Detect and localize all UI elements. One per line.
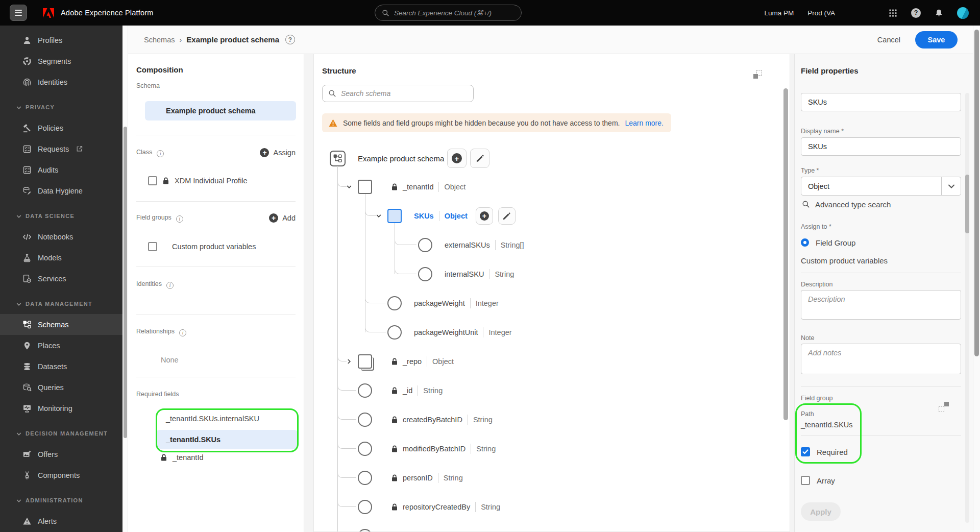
sidebar-scrollbar[interactable] bbox=[122, 26, 128, 532]
required-field-_tenantId.SKUs.internalSKU[interactable]: _tenantId.SKUs.internalSKU bbox=[166, 409, 259, 428]
note-textarea[interactable] bbox=[801, 344, 961, 374]
add-field-group-button[interactable]: +Add bbox=[269, 213, 296, 223]
hamburger-menu-icon[interactable] bbox=[10, 5, 27, 21]
field-group-item-row[interactable]: Custom product variables bbox=[148, 238, 256, 255]
field-node-icon[interactable] bbox=[418, 238, 432, 252]
properties-scrollbar-thumb[interactable] bbox=[965, 175, 969, 233]
assign-class-button[interactable]: +Assign bbox=[260, 148, 296, 157]
tree-node-_id[interactable]: _idString bbox=[314, 380, 783, 401]
info-icon[interactable]: i bbox=[179, 329, 186, 336]
display-name-input[interactable] bbox=[801, 137, 961, 156]
add-field-button[interactable]: + bbox=[447, 149, 467, 168]
sidebar-item-services[interactable]: Services bbox=[0, 268, 122, 289]
info-icon[interactable]: i bbox=[157, 150, 164, 157]
type-select[interactable]: Object bbox=[801, 177, 961, 196]
cancel-button[interactable]: Cancel bbox=[877, 36, 900, 44]
tree-node-createdByBatchID[interactable]: createdByBatchIDString bbox=[314, 409, 783, 430]
info-icon[interactable]: i bbox=[176, 215, 183, 223]
field-node-icon[interactable] bbox=[358, 442, 372, 456]
tree-node-_repo[interactable]: _repoObject bbox=[314, 351, 783, 372]
notifications-bell-icon[interactable] bbox=[935, 9, 943, 17]
required-field-_tenantId.SKUs[interactable]: _tenantId.SKUs bbox=[156, 430, 298, 449]
tree-node-repositoryCreatedBy[interactable]: repositoryCreatedByString bbox=[314, 497, 783, 517]
help-icon[interactable]: ? bbox=[911, 8, 921, 18]
field-node-icon[interactable] bbox=[358, 500, 372, 514]
sidebar-section-administration[interactable]: ADMINISTRATION bbox=[0, 490, 122, 511]
description-textarea[interactable] bbox=[801, 290, 961, 320]
field-node-icon[interactable] bbox=[358, 383, 372, 398]
field-node-icon[interactable] bbox=[387, 325, 402, 340]
object-node-icon[interactable] bbox=[358, 354, 372, 369]
info-icon[interactable]: i bbox=[166, 282, 174, 289]
assign-to-field-group-radio-row[interactable]: Field Group bbox=[801, 236, 855, 249]
field-node-icon[interactable] bbox=[358, 413, 372, 427]
sidebar-item-profiles[interactable]: Profiles bbox=[0, 30, 122, 51]
sidebar-item-monitoring[interactable]: Monitoring bbox=[0, 398, 122, 419]
sidebar-item-requests[interactable]: Requests bbox=[0, 138, 122, 159]
sidebar-section-data-management[interactable]: DATA MANAGEMENT bbox=[0, 294, 122, 314]
field-node-icon[interactable] bbox=[387, 296, 402, 310]
sidebar-item-audits[interactable]: Audits bbox=[0, 159, 122, 180]
required-field-_tenantId[interactable]: _tenantId bbox=[161, 448, 203, 467]
tree-row-root[interactable]: Example product schema+ bbox=[314, 148, 783, 168]
sidebar-item-notebooks[interactable]: Notebooks bbox=[0, 226, 122, 247]
chevron-right-icon[interactable] bbox=[347, 359, 352, 364]
tree-node-modifiedByBatchID[interactable]: modifiedByBatchIDString bbox=[314, 439, 783, 459]
sidebar-section-decision-management[interactable]: DECISION MANAGEMENT bbox=[0, 423, 122, 444]
sidebar-item-datasets[interactable]: Datasets bbox=[0, 356, 122, 377]
edit-schema-button[interactable] bbox=[470, 149, 489, 168]
field-node-icon[interactable] bbox=[358, 471, 372, 485]
sidebar-item-schemas[interactable]: Schemas bbox=[0, 314, 122, 335]
structure-scrollbar[interactable] bbox=[783, 88, 788, 420]
user-avatar[interactable] bbox=[957, 7, 969, 19]
edit-field-button[interactable] bbox=[498, 207, 516, 225]
page-scrollbar[interactable] bbox=[973, 26, 980, 532]
apply-button[interactable]: Apply bbox=[801, 502, 841, 521]
radio-selected-icon[interactable] bbox=[801, 238, 809, 247]
sidebar-item-segments[interactable]: Segments bbox=[0, 51, 122, 71]
tree-node-SKUs[interactable]: SKUsObject+ bbox=[314, 206, 783, 226]
required-checkbox-row[interactable]: Required bbox=[801, 445, 848, 458]
field-name-input[interactable] bbox=[801, 93, 961, 111]
add-child-field-button[interactable]: + bbox=[476, 207, 493, 225]
class-checkbox[interactable] bbox=[148, 176, 157, 185]
tree-node-packageWeightUnit[interactable]: packageWeightUnitInteger bbox=[314, 322, 783, 343]
apps-grid-icon[interactable] bbox=[889, 9, 897, 17]
sidebar-section-privacy[interactable]: PRIVACY bbox=[0, 97, 122, 117]
sidebar-item-queries[interactable]: Queries bbox=[0, 377, 122, 398]
properties-scrollbar-track[interactable] bbox=[965, 93, 969, 523]
sidebar-item-data-hygiene[interactable]: Data Hygiene bbox=[0, 180, 122, 201]
object-node-icon[interactable] bbox=[387, 209, 402, 223]
field-group-checkbox[interactable] bbox=[148, 242, 157, 251]
tree-row-partial[interactable] bbox=[314, 526, 783, 531]
field-node-icon[interactable] bbox=[358, 529, 372, 531]
tree-node-packageWeight[interactable]: packageWeightInteger bbox=[314, 293, 783, 313]
sidebar-item-identities[interactable]: Identities bbox=[0, 71, 122, 92]
tree-node-internalSKU[interactable]: internalSKUString bbox=[314, 264, 783, 284]
array-checkbox[interactable] bbox=[801, 476, 810, 485]
schema-name-item[interactable]: Example product schema bbox=[145, 101, 296, 120]
array-checkbox-row[interactable]: Array bbox=[801, 474, 835, 487]
chevron-down-icon[interactable] bbox=[347, 184, 352, 189]
sidebar-item-places[interactable]: Places bbox=[0, 335, 122, 356]
tree-node-personID[interactable]: personIDString bbox=[314, 468, 783, 488]
advanced-type-search-link[interactable]: Advanced type search bbox=[802, 198, 891, 210]
object-node-icon[interactable] bbox=[358, 180, 372, 194]
tree-node-_tenantId[interactable]: _tenantIdObject bbox=[314, 177, 783, 197]
global-search-input[interactable]: Search Experience Cloud (⌘+/) bbox=[375, 5, 522, 21]
sidebar-item-offers[interactable]: Offers bbox=[0, 444, 122, 465]
sidebar-item-components[interactable]: Components bbox=[0, 465, 122, 486]
sidebar-item-models[interactable]: Models bbox=[0, 247, 122, 268]
field-node-icon[interactable] bbox=[418, 267, 432, 281]
page-help-icon[interactable]: ? bbox=[285, 35, 295, 44]
sidebar-item-policies[interactable]: Policies bbox=[0, 117, 122, 138]
sidebar-section-data-science[interactable]: DATA SCIENCE bbox=[0, 206, 122, 226]
sidebar-item-alerts[interactable]: Alerts bbox=[0, 511, 122, 531]
environment-name[interactable]: Prod (VA bbox=[807, 9, 835, 17]
chevron-down-icon[interactable] bbox=[376, 213, 381, 219]
breadcrumb-schemas-link[interactable]: Schemas bbox=[144, 36, 175, 44]
class-item-row[interactable]: XDM Individual Profile bbox=[148, 173, 248, 189]
save-button[interactable]: Save bbox=[915, 31, 958, 49]
required-checkbox[interactable] bbox=[801, 447, 810, 456]
tree-node-externalSKUs[interactable]: externalSKUsString[] bbox=[314, 235, 783, 255]
